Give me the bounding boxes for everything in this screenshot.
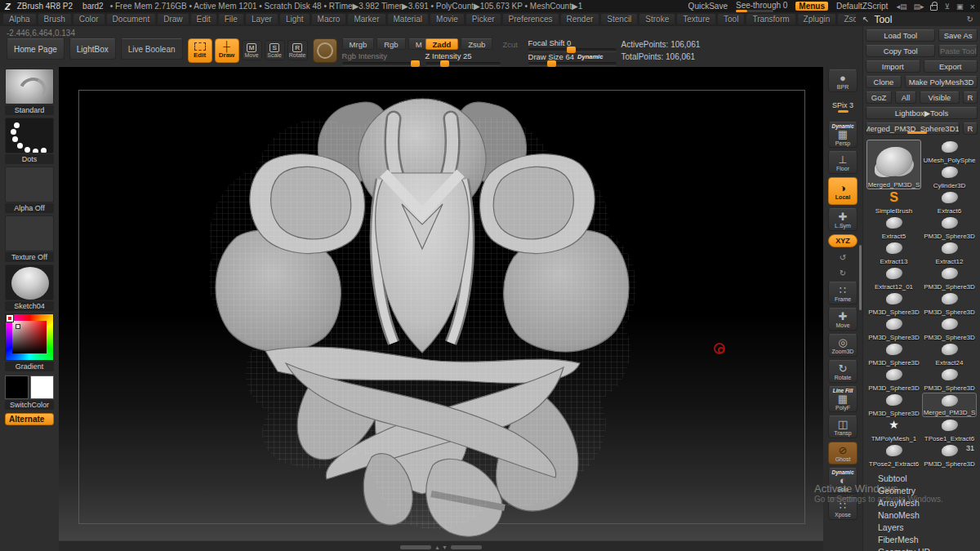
menu-item[interactable]: Layer <box>246 14 278 24</box>
tool-thumbnail[interactable]: PM3D_Sphere3D <box>866 393 921 417</box>
menu-item[interactable]: Stencil <box>601 14 637 24</box>
alpha-selector[interactable]: Alpha Off <box>5 167 54 213</box>
r-button[interactable]: R <box>963 122 978 135</box>
tool-thumbnail[interactable]: PM3D_Sphere3D <box>922 266 977 291</box>
zadd-button[interactable]: Zadd <box>425 38 459 50</box>
save-as-button[interactable]: Save As <box>938 29 978 42</box>
menu-item[interactable]: Edit <box>191 14 216 24</box>
menu-item[interactable]: Transform <box>746 14 795 24</box>
shelf-button[interactable]: ⊥ Floor <box>828 151 858 174</box>
see-through-slider[interactable]: See-through 0 <box>736 1 787 11</box>
shelf-button[interactable]: ∷ Frame <box>828 282 858 304</box>
shelf-button[interactable]: ● BPR <box>828 69 858 92</box>
horizontal-scrollbar[interactable] <box>400 545 431 549</box>
quicksave-button[interactable]: QuickSave <box>688 2 728 11</box>
tool-thumbnail[interactable]: PM3D_Sphere3D <box>866 367 921 392</box>
tool-thumbnail[interactable]: TPose2_Extract6 <box>866 443 921 468</box>
menu-item[interactable]: Tool <box>718 14 744 24</box>
shelf-button[interactable]: ∷ Xpose <box>828 497 858 520</box>
zsub-button[interactable]: Zsub <box>461 38 492 50</box>
material-selector[interactable]: Sketch04 <box>5 264 54 311</box>
subpalette-item[interactable]: Geometry HD <box>863 546 980 551</box>
current-tool-button[interactable]: Merged_PM3D_Sphere3D1. <box>866 122 960 135</box>
switch-color-control[interactable]: SwitchColor <box>5 375 54 410</box>
tool-thumbnail[interactable]: ★ TMPolyMesh_1 <box>866 418 921 442</box>
tray-slide-left-icon[interactable]: ◂▤ <box>896 2 906 11</box>
current-brush-selector[interactable]: Standard <box>5 69 54 115</box>
make-polymesh3d-button[interactable]: Make PolyMesh3D <box>905 76 978 88</box>
subpalette-item[interactable]: NanoMesh <box>863 509 980 522</box>
tool-thumbnail[interactable]: PM3D_Sphere3D <box>866 342 921 367</box>
current-brush-stroke-icon[interactable] <box>313 38 337 63</box>
tool-thumbnail[interactable]: Extract12_01 <box>866 266 921 291</box>
tool-thumbnail[interactable]: PM3D_Sphere3D <box>922 367 977 392</box>
menus-toggle[interactable]: Menus <box>795 2 828 11</box>
texture-selector[interactable]: Texture Off <box>5 216 54 262</box>
rotate-mode-button[interactable]: R Rotate <box>287 40 308 60</box>
texture-thumbnail[interactable] <box>5 216 54 251</box>
copy-tool-button[interactable]: Copy Tool <box>866 45 935 57</box>
tool-thumbnail[interactable]: Merged_PM3D_S <box>866 140 921 189</box>
subpalette-item[interactable]: FiberMesh <box>863 534 980 546</box>
r-button[interactable]: R <box>963 91 978 104</box>
shelf-button[interactable]: ⊘ Ghost <box>828 442 858 464</box>
rgb-button[interactable]: Rgb <box>376 38 405 50</box>
load-tool-button[interactable]: Load Tool <box>866 29 935 42</box>
menu-item[interactable]: Movie <box>430 14 464 24</box>
lightbox-button[interactable]: LightBox <box>69 38 116 60</box>
visible-button[interactable]: Visible <box>920 91 960 104</box>
alpha-thumbnail[interactable] <box>5 167 54 202</box>
menu-item[interactable]: Stroke <box>639 14 675 24</box>
menu-item[interactable]: Brush <box>38 14 71 24</box>
sculpt-canvas[interactable] <box>59 67 823 540</box>
paste-tool-button[interactable]: Paste Tool <box>938 45 978 57</box>
tool-thumbnail[interactable]: Extract6 <box>922 190 977 215</box>
export-button[interactable]: Export <box>924 60 978 73</box>
stroke-thumbnail[interactable] <box>5 118 54 153</box>
subpalette-item[interactable]: Geometry <box>863 485 980 497</box>
tool-thumbnail[interactable]: PM3D_Sphere3D <box>922 216 977 240</box>
import-button[interactable]: Import <box>866 60 920 73</box>
tool-thumbnail[interactable]: Extract5 <box>866 216 921 240</box>
shelf-button[interactable]: Dynamic ▦ Persp <box>828 122 858 148</box>
menu-item[interactable]: Color <box>74 14 105 24</box>
sculpt-model[interactable] <box>188 82 645 539</box>
menu-item[interactable]: File <box>219 14 243 24</box>
menu-item[interactable]: Texture <box>677 14 715 24</box>
menu-item[interactable]: Render <box>561 14 599 24</box>
mrgb-button[interactable]: Mrgb <box>342 38 375 50</box>
lock-icon[interactable] <box>930 5 938 11</box>
shelf-button[interactable]: SPix 3 <box>828 96 858 118</box>
default-zscript-button[interactable]: DefaultZScript <box>836 2 888 11</box>
tool-thumbnail[interactable]: Extract24 <box>922 342 977 367</box>
tool-thumbnail[interactable]: PM3D_Sphere3D <box>866 291 921 316</box>
gradient-picker[interactable] <box>5 313 54 361</box>
alternate-button[interactable]: Alternate <box>5 413 54 425</box>
shelf-button[interactable]: Dynamic ◐ Solo <box>828 468 858 494</box>
scroll-down-icon[interactable]: ▼ <box>442 544 448 550</box>
tool-thumbnail[interactable]: Cylinder3D <box>922 165 977 189</box>
lightbox-tools-button[interactable]: Lightbox▶Tools <box>866 107 978 119</box>
menu-item[interactable]: Marker <box>348 14 385 24</box>
menu-item[interactable]: Macro <box>312 14 346 24</box>
scale-mode-button[interactable]: S Scale <box>265 40 285 60</box>
move-mode-button[interactable]: M Move <box>242 40 262 60</box>
restore-window-icon[interactable]: ▣ <box>956 2 964 11</box>
menu-item[interactable]: Picker <box>466 14 501 24</box>
shelf-button[interactable]: ↻ Rotate <box>828 360 858 383</box>
tool-thumbnail[interactable]: PM3D_Sphere3D <box>922 317 977 341</box>
home-page-button[interactable]: Home Page <box>7 38 65 60</box>
tool-thumbnail[interactable]: S SimpleBrush <box>866 190 921 215</box>
tool-thumbnail[interactable]: PM3D_Sphere3D <box>922 291 977 316</box>
menu-item[interactable]: Material <box>388 14 429 24</box>
clone-button[interactable]: Clone <box>866 76 902 88</box>
shelf-button[interactable]: ✚ L.Sym <box>828 208 858 231</box>
shelf-button[interactable]: ↻ <box>828 266 858 281</box>
subpalette-item[interactable]: ArrayMesh <box>863 497 980 509</box>
tool-thumbnail[interactable]: UMesh_PolySphe <box>922 140 977 164</box>
rgb-intensity-slider[interactable] <box>342 62 421 65</box>
shelf-button[interactable]: Line Fill ▦ PolyF <box>828 386 858 412</box>
tool-thumbnail[interactable]: Extract13 <box>866 241 921 265</box>
shelf-button[interactable]: ✚ Move <box>828 308 858 331</box>
shelf-button[interactable]: ◎ Zoom3D <box>828 334 858 357</box>
